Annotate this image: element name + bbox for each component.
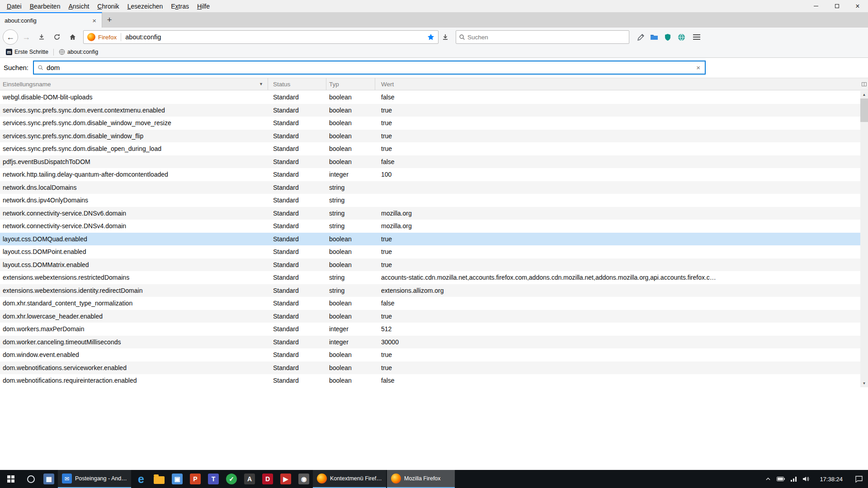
pref-row[interactable]: network.connectivity-service.DNSv4.domai… (0, 220, 860, 233)
firefox-icon (317, 474, 327, 483)
pref-row[interactable]: network.connectivity-service.DNSv6.domai… (0, 207, 860, 220)
pref-row[interactable]: extensions.webextensions.restrictedDomai… (0, 271, 860, 284)
taskbar-task-firefox[interactable]: Mozilla Firefox (387, 470, 455, 488)
restore-button[interactable] (826, 0, 847, 12)
menu-lesezeichen[interactable]: Lesezeichen (123, 1, 167, 12)
pref-row[interactable]: services.sync.prefs.sync.dom.disable_win… (0, 130, 860, 143)
tray-expand-button[interactable] (765, 476, 771, 482)
pref-row[interactable]: network.dns.localDomainsStandardstring (0, 181, 860, 194)
globe-extension-button[interactable] (675, 30, 688, 44)
column-header-name[interactable]: Einstellungsname ▼ (0, 78, 268, 90)
taskbar-icon-app-camera[interactable]: ◉ (295, 470, 313, 488)
taskbar-icon-app-orange[interactable]: P (186, 470, 204, 488)
pref-row[interactable]: dom.workers.maxPerDomainStandardinteger5… (0, 323, 860, 336)
taskbar-icon-app-blue[interactable]: ▣ (168, 470, 186, 488)
bookmark-about-config[interactable]: about:config (56, 47, 101, 57)
action-center-button[interactable] (850, 470, 868, 488)
scrollbar-thumb[interactable] (860, 99, 868, 122)
column-picker-button[interactable] (860, 78, 868, 90)
minimize-button[interactable] (806, 0, 826, 12)
pref-row[interactable]: dom.xhr.standard_content_type_normalizat… (0, 297, 860, 310)
column-header-type[interactable]: Typ (326, 78, 375, 90)
menu-datei[interactable]: Datei (3, 1, 26, 12)
menu-hilfe[interactable]: Hilfe (193, 1, 214, 12)
reload-button[interactable] (50, 30, 64, 44)
folder-extension-button[interactable] (647, 30, 661, 44)
pref-row[interactable]: pdfjs.eventBusDispatchToDOMStandardboole… (0, 155, 860, 169)
menu-extras[interactable]: Extras (167, 1, 193, 12)
close-button[interactable]: × (847, 0, 868, 12)
config-search-box[interactable]: × (33, 61, 706, 75)
notes-extension-button[interactable] (634, 30, 647, 44)
pref-row[interactable]: network.dns.ipv4OnlyDomainsStandardstrin… (0, 194, 860, 207)
bookmarks-separator (53, 49, 54, 56)
taskbar-icon-cortana[interactable] (22, 470, 40, 488)
pref-row[interactable]: services.sync.prefs.sync.dom.disable_win… (0, 117, 860, 130)
pref-row[interactable]: dom.xhr.lowercase_header.enabledStandard… (0, 310, 860, 323)
menu-button[interactable] (690, 30, 703, 44)
pref-row[interactable]: layout.css.DOMMatrix.enabledStandardbool… (0, 258, 860, 272)
vertical-scrollbar[interactable]: ▲ ▼ (860, 91, 868, 387)
bookmark-star-icon[interactable] (427, 33, 434, 41)
task-label: Posteingang - Andrea... (75, 475, 127, 482)
shield-extension-button[interactable] (661, 30, 675, 44)
menu-bearbeiten[interactable]: Bearbeiten (26, 1, 65, 12)
scroll-down-icon[interactable]: ▼ (860, 380, 868, 387)
scroll-up-icon[interactable]: ▲ (860, 91, 868, 99)
network-icon (791, 476, 797, 482)
pref-row[interactable]: dom.worker.canceling.timeoutMilliseconds… (0, 336, 860, 349)
explorer-icon (154, 476, 165, 484)
pref-row[interactable]: layout.css.DOMQuad.enabledStandardboolea… (0, 233, 860, 246)
pref-type: boolean (326, 300, 375, 307)
taskbar-task-firefox-context[interactable]: Kontextmenü Firefox -... (313, 470, 386, 488)
search-bar[interactable] (456, 30, 629, 44)
clear-search-icon[interactable]: × (695, 64, 701, 71)
pref-name: extensions.webextensions.restrictedDomai… (0, 274, 268, 281)
url-bar[interactable]: Firefox about:config (83, 30, 439, 44)
save-page-button[interactable] (34, 30, 49, 44)
start-button[interactable] (0, 470, 22, 488)
column-header-value[interactable]: Wert (375, 78, 860, 90)
pref-row[interactable]: layout.css.DOMPoint.enabledStandardboole… (0, 245, 860, 258)
taskbar-icon-app-datev[interactable]: D (259, 470, 277, 488)
battery-indicator[interactable] (777, 477, 785, 481)
home-button[interactable] (65, 30, 80, 44)
taskbar-clock[interactable]: 17:38:24 (815, 476, 847, 483)
pref-row[interactable]: webgl.disable-DOM-blit-uploadsStandardbo… (0, 91, 860, 104)
back-button[interactable]: ← (3, 29, 18, 45)
taskbar-icon-app-media[interactable]: ▶ (277, 470, 295, 488)
taskbar-icon-edge[interactable]: e (132, 470, 150, 488)
volume-indicator[interactable] (803, 476, 809, 482)
taskbar-task-mail[interactable]: ✉Posteingang - Andrea... (58, 470, 131, 488)
menu-ansicht[interactable]: Ansicht (64, 1, 93, 12)
network-indicator[interactable] (791, 476, 797, 482)
taskbar-icon-app-dark[interactable]: A (241, 470, 259, 488)
bookmarks-toolbar: m Erste Schritte about:config (0, 47, 868, 58)
pref-row[interactable]: dom.window.event.enabledStandardbooleant… (0, 348, 860, 361)
taskbar-icon-antivirus[interactable]: ✓ (222, 470, 241, 488)
menu-chronik[interactable]: Chronik (93, 1, 123, 12)
new-tab-button[interactable]: + (102, 12, 117, 28)
pref-row[interactable]: network.http.tailing.delay-quantum-after… (0, 168, 860, 181)
tab-about-config[interactable]: about:config × (0, 12, 102, 28)
search-input[interactable] (467, 34, 626, 41)
url-text[interactable]: about:config (125, 33, 427, 41)
pref-row[interactable]: services.sync.prefs.sync.dom.disable_ope… (0, 142, 860, 155)
pref-row[interactable]: dom.webnotifications.requireinteraction.… (0, 374, 860, 387)
config-search-input[interactable] (47, 64, 695, 71)
table-header: Einstellungsname ▼ Status Typ Wert (0, 78, 868, 90)
bookmark-erste-schritte[interactable]: m Erste Schritte (3, 47, 52, 57)
taskbar-icon-explorer[interactable] (150, 470, 168, 488)
pref-row[interactable]: dom.webnotifications.serviceworker.enabl… (0, 361, 860, 375)
taskbar-icon-app-photos[interactable]: ▦ (40, 470, 58, 488)
pref-row[interactable]: extensions.webextensions.identity.redire… (0, 284, 860, 297)
tab-close-icon[interactable]: × (90, 17, 98, 24)
forward-button[interactable]: → (19, 30, 33, 44)
downloads-button[interactable] (439, 30, 452, 44)
pref-status: Standard (268, 351, 326, 358)
pref-name: dom.worker.canceling.timeoutMilliseconds (0, 338, 268, 346)
taskbar-icon-app-teams[interactable]: T (204, 470, 222, 488)
pref-value: true (375, 235, 719, 243)
pref-row[interactable]: services.sync.prefs.sync.dom.event.conte… (0, 104, 860, 117)
column-header-status[interactable]: Status (268, 78, 326, 90)
